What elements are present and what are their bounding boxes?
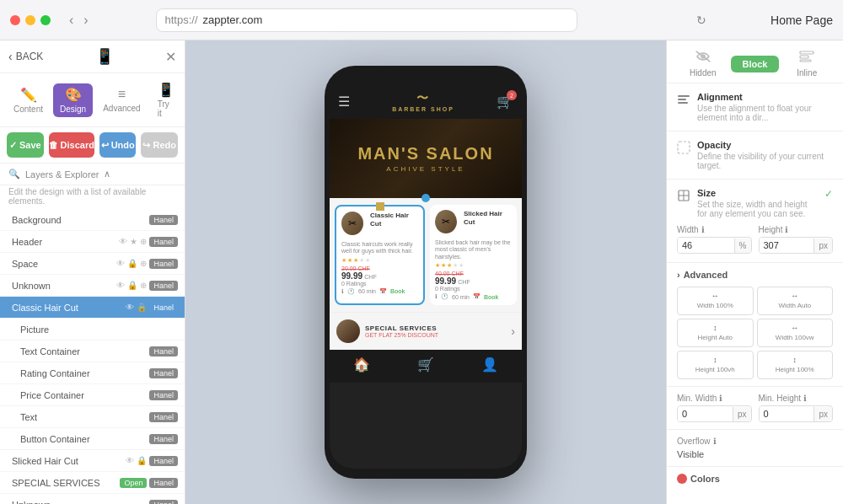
discard-icon: 🗑 bbox=[49, 140, 58, 150]
special-services-subtitle: GET FLAT 25% DISCOUNT bbox=[365, 332, 511, 338]
display-tab-inline[interactable]: Inline bbox=[779, 51, 835, 78]
layer-item-background[interactable]: Background Hanel bbox=[0, 209, 185, 231]
adv-btn-label: Height 100% bbox=[761, 366, 830, 374]
adv-btn-width-auto[interactable]: ↔ Width Auto bbox=[757, 287, 834, 315]
book-button[interactable]: Book bbox=[484, 294, 499, 300]
layer-item-header[interactable]: Header 👁 ★ ⊕ Hanel bbox=[0, 231, 185, 253]
phone-inner[interactable]: ☰ 〜 BARBER SHOP 🛒 2 MAN'S SALON bbox=[330, 76, 522, 469]
back-button[interactable]: ‹ BACK bbox=[8, 50, 43, 63]
explorer-desc: Edit the design with a list of available… bbox=[0, 185, 185, 209]
adv-arrow-icon: ↔ bbox=[791, 324, 798, 332]
new-price: 99.99 bbox=[341, 271, 362, 281]
save-label: Save bbox=[19, 140, 41, 150]
adv-btn-width-100[interactable]: ↔ Width 100% bbox=[677, 287, 754, 315]
back-browser-button[interactable]: ‹ bbox=[66, 11, 77, 29]
info-icon: ℹ bbox=[435, 293, 438, 300]
book-icon: 📅 bbox=[473, 293, 481, 300]
adv-arrow-icon: ↕ bbox=[713, 324, 717, 332]
layer-item-text-container[interactable]: Text Container Hanel bbox=[0, 340, 185, 362]
special-services-title: SPECIAL SERVICES bbox=[365, 324, 511, 332]
layer-controls: Hanel bbox=[149, 215, 178, 225]
home-nav-icon[interactable]: 🏠 bbox=[353, 357, 370, 373]
colors-section: Colors bbox=[667, 467, 843, 491]
min-width-input[interactable] bbox=[678, 406, 733, 421]
svg-rect-5 bbox=[678, 95, 690, 97]
new-price: 99.99 bbox=[435, 276, 456, 286]
phone-icon: 📱 bbox=[95, 47, 114, 66]
book-button[interactable]: Book bbox=[390, 288, 405, 294]
width-input[interactable] bbox=[678, 238, 734, 253]
profile-nav-icon[interactable]: 👤 bbox=[481, 357, 498, 373]
tab-advanced[interactable]: ≡ Advanced bbox=[96, 83, 147, 116]
min-width-input-row: px bbox=[677, 405, 752, 422]
display-tab-hidden[interactable]: Hidden bbox=[675, 51, 731, 78]
layer-name: Button Container bbox=[20, 434, 149, 444]
discard-label: Discard bbox=[61, 140, 94, 150]
new-price-row: 99.99 CHF bbox=[435, 276, 512, 286]
shop-name: BARBER SHOP bbox=[392, 106, 454, 112]
colors-title: Colors bbox=[690, 474, 720, 484]
protocol-text: https:// bbox=[165, 13, 198, 26]
display-mode-tabs: Hidden Block Inline bbox=[667, 40, 843, 83]
layer-item-picture[interactable]: Picture bbox=[0, 319, 185, 340]
overflow-section: Overflow ℹ Visible bbox=[667, 430, 843, 467]
svg-rect-3 bbox=[800, 56, 808, 58]
product-image-slicked: ✂ bbox=[435, 210, 457, 233]
tab-content[interactable]: ✏️ Content bbox=[7, 83, 50, 117]
adv-btn-height-100vh[interactable]: ↕ Height 100vh bbox=[677, 351, 754, 379]
height-field: Height ℹ px bbox=[759, 225, 834, 254]
reload-button[interactable]: ↻ bbox=[696, 13, 706, 27]
add-icon: ⊕ bbox=[140, 281, 147, 290]
layer-item-classic-hair-cut[interactable]: Classic Hair Cut 👁 🔒 Hanel bbox=[0, 297, 185, 319]
layer-name: Space bbox=[12, 259, 116, 269]
layer-item-slicked-hair-cut[interactable]: Slicked Hair Cut 👁 🔒 Hanel bbox=[0, 450, 185, 472]
adv-btn-width-100vw[interactable]: ↔ Width 100vw bbox=[757, 319, 834, 347]
panel-close-button[interactable]: ✕ bbox=[165, 49, 176, 65]
min-height-input[interactable] bbox=[760, 406, 814, 421]
alignment-desc: Use the alignment to float your element … bbox=[697, 104, 833, 122]
layer-item-unknown-2[interactable]: Unknown Hanel bbox=[0, 494, 185, 504]
layer-name: Classic Hair Cut bbox=[12, 303, 126, 313]
layer-item-text[interactable]: Text Hanel bbox=[0, 406, 185, 428]
layer-badge: Hanel bbox=[149, 303, 178, 313]
redo-button[interactable]: ↪ Redo bbox=[141, 132, 178, 158]
maximize-traffic-light[interactable] bbox=[40, 15, 51, 25]
star-1: ★ bbox=[435, 262, 440, 269]
layer-item-space[interactable]: Space 👁 🔒 ⊕ Hanel bbox=[0, 253, 185, 275]
layer-controls: Open Hanel bbox=[120, 478, 178, 488]
opacity-icon bbox=[677, 141, 690, 157]
content-tab-icon: ✏️ bbox=[20, 87, 37, 103]
products-row: ✂ Classic Hair Cut Classic haircuts work… bbox=[330, 198, 522, 312]
layer-badge: Hanel bbox=[149, 259, 178, 269]
layer-item-rating-container[interactable]: Rating Container Hanel bbox=[0, 362, 185, 384]
opacity-title: Opacity bbox=[697, 140, 833, 150]
display-tab-block[interactable]: Block bbox=[731, 56, 780, 72]
layer-item-unknown-1[interactable]: Unknown 👁 🔒 ⊕ Hanel bbox=[0, 275, 185, 297]
min-height-input-row: px bbox=[759, 405, 834, 422]
layer-item-button-container[interactable]: Button Container Hanel bbox=[0, 428, 185, 450]
save-icon: ✓ bbox=[9, 140, 17, 151]
tab-design[interactable]: 🎨 Design bbox=[53, 83, 93, 117]
undo-button[interactable]: ↩ Undo bbox=[99, 132, 137, 158]
save-button[interactable]: ✓ Save bbox=[7, 132, 44, 158]
browser-nav-arrows: ‹ › bbox=[66, 11, 92, 29]
adv-btn-height-100pct[interactable]: ↕ Height 100% bbox=[757, 351, 834, 379]
opacity-header: Opacity Define the visibility of your cu… bbox=[677, 140, 833, 170]
color-swatch-icon bbox=[677, 474, 687, 484]
min-size-row: Min. Width ℹ px Min. Height ℹ px bbox=[667, 387, 843, 430]
height-info-icon: ℹ bbox=[785, 225, 788, 234]
close-traffic-light[interactable] bbox=[10, 15, 20, 25]
adv-btn-height-auto[interactable]: ↕ Height Auto bbox=[677, 319, 754, 347]
old-price: 40.00 CHF bbox=[435, 271, 512, 276]
height-input[interactable] bbox=[760, 238, 814, 253]
forward-browser-button[interactable]: › bbox=[80, 11, 91, 29]
discard-button[interactable]: 🗑 Discard bbox=[49, 132, 94, 158]
action-buttons: ✓ Save 🗑 Discard ↩ Undo ↪ Redo bbox=[0, 127, 185, 164]
cart-nav-icon[interactable]: 🛒 bbox=[417, 357, 434, 373]
layer-item-price-container[interactable]: Price Container Hanel bbox=[0, 384, 185, 406]
advanced-grid: ↔ Width 100% ↔ Width Auto ↕ Height Auto … bbox=[677, 287, 833, 379]
layer-item-special-services[interactable]: SPECIAL SERVICES Open Hanel bbox=[0, 472, 185, 494]
minimize-traffic-light[interactable] bbox=[25, 15, 35, 25]
alignment-title: Alignment bbox=[697, 92, 833, 102]
tab-try-it[interactable]: 📱 Try it bbox=[151, 78, 181, 121]
